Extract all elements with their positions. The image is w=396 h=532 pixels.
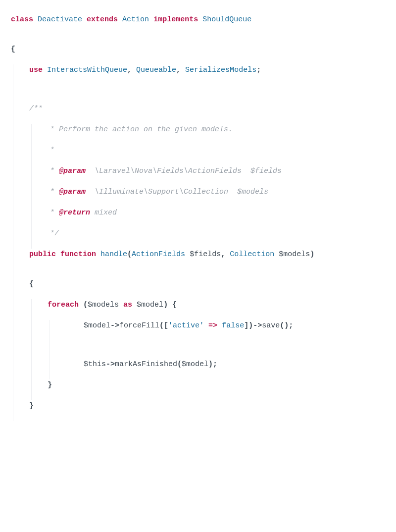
blank-line [66,350,385,359]
param-type: Collection [230,250,274,259]
arrow-op: -> [110,321,119,330]
class-name: Deactivate [38,15,82,24]
param-var: $models [279,250,310,259]
doc-line: * Perform the action on the given models… [46,124,385,145]
keyword-implements: implements [153,15,198,24]
doc-param-type: \Illuminate\Support\Collection $models [95,188,268,196]
variable: $this [84,360,106,369]
variable: $model [84,321,110,330]
code-line: $this->markAsFinished($model); [66,359,385,379]
code-line: { [29,278,385,299]
variable: $model [137,301,163,309]
brace-close: } [29,402,34,410]
doc-text: * [46,146,54,155]
code-line: foreach ($models as $model) { [48,299,385,320]
code-line: class Deactivate extends Action implemen… [11,14,385,35]
variable: $model [182,360,208,369]
doc-line: * @param \Laravel\Nova\Fields\ActionFiel… [46,165,385,186]
method-call: save [262,321,280,330]
function-name: handle [100,250,127,259]
doc-line: /** [29,103,385,124]
docblock-open: /** [29,105,43,113]
doc-line: * @param \Illuminate\Support\Collection … [46,186,385,207]
doc-tag-param: @param [59,167,86,175]
doc-tag-param: @param [59,188,86,196]
blank-line [29,269,385,278]
keyword-class: class [11,15,33,24]
blank-line [29,85,385,94]
indent-guide: foreach ($models as $model) { $model->fo… [31,299,385,400]
code-line: $model->forceFill(['active' => false])->… [66,320,385,341]
method-call: forceFill [119,321,159,330]
doc-return-type: mixed [95,209,117,217]
brace-open: { [11,45,15,53]
keyword-foreach: foreach [48,301,79,309]
code-line: { [11,44,385,64]
variable: $models [88,301,119,309]
code-block: class Deactivate extends Action implemen… [0,0,396,435]
interface-name: ShouldQueue [202,15,251,24]
indent-guide: use InteractsWithQueue, Queueable, Seria… [13,64,385,421]
doc-line: */ [46,228,385,249]
fat-arrow: => [208,321,217,330]
doc-text: * Perform the action on the given models… [46,125,233,134]
keyword-use: use [29,66,43,74]
code-line: use InteractsWithQueue, Queueable, Seria… [29,64,385,85]
blank-line [11,35,385,44]
keyword-extends: extends [87,15,118,24]
arrow-op: -> [106,360,115,369]
base-class: Action [122,15,149,24]
doc-tag-return: @return [59,209,90,217]
doc-param-type: \Laravel\Nova\Fields\ActionFields $field… [95,167,282,175]
doc-line: * @return mixed [46,207,385,228]
trait-name: Queueable [136,66,176,74]
brace-close: } [48,381,52,389]
brace-open: { [172,301,177,309]
param-var: $fields [190,250,221,259]
code-line: } [48,379,385,400]
keyword-as: as [123,301,132,309]
param-type: ActionFields [132,250,185,259]
docblock-close: */ [46,229,59,238]
brace-open: { [29,280,34,288]
trait-name: InteractsWithQueue [47,66,127,74]
code-line: public function handle(ActionFields $fie… [29,249,385,269]
blank-line [29,94,385,103]
blank-line [66,341,385,350]
indent-guide: * Perform the action on the given models… [31,124,385,249]
keyword-public: public [29,250,56,259]
boolean-literal: false [222,321,244,330]
trait-name: SerializesModels [185,66,256,74]
method-call: markAsFinished [115,360,177,369]
doc-line: * [46,145,385,165]
indent-guide: $model->forceFill(['active' => false])->… [50,320,385,379]
code-line: } [29,400,385,421]
keyword-function: function [60,250,96,259]
string-literal: 'active' [168,321,204,330]
arrow-op: -> [253,321,262,330]
